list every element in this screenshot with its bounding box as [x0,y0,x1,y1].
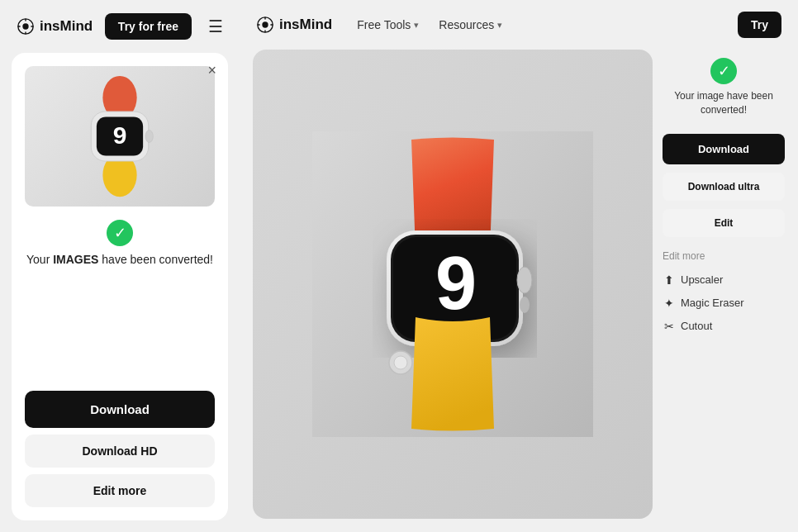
side-download-ultra-button[interactable]: Download ultra [663,173,785,201]
svg-text:9: 9 [435,242,475,325]
nav-links: Free Tools ▾ Resources ▾ [349,13,511,36]
right-main: 9 ✓ Your image have been converted! [240,50,798,532]
side-edit-button[interactable]: Edit [663,209,785,237]
brand-name-left: insMind [40,18,93,35]
success-top-right: ✓ Your image have been converted! [663,50,785,126]
try-free-button-left[interactable]: Try for free [105,13,192,40]
action-buttons: Download Download HD Edit more [25,391,215,507]
svg-text:9: 9 [113,121,127,149]
download-hd-button[interactable]: Download HD [25,435,215,468]
left-panel: insMind Try for free ☰ × 9 [0,0,240,532]
svg-point-7 [145,131,153,143]
free-tools-nav[interactable]: Free Tools ▾ [349,13,427,36]
try-free-button-right[interactable]: Try [738,12,781,38]
svg-point-15 [517,267,532,293]
right-navbar: insMind Free Tools ▾ Resources ▾ Try [240,0,798,50]
brand-name-right: insMind [279,17,332,33]
watch-image-small: 9 [66,74,173,198]
main-image-card: 9 [253,50,653,519]
resources-nav[interactable]: Resources ▾ [430,13,511,36]
success-checkmark-icon-right: ✓ [710,58,737,84]
cutout-icon: ✂ [664,320,674,333]
brand-right: insMind [256,16,332,34]
svg-point-16 [520,297,530,313]
main-watch-image: 9 [312,131,593,437]
close-button[interactable]: × [207,63,216,78]
download-button[interactable]: Download [25,391,215,428]
free-tools-chevron-icon: ▾ [414,20,419,31]
svg-point-18 [394,356,407,369]
success-checkmark-icon: ✓ [107,220,133,246]
resources-label: Resources [439,18,494,31]
edit-more-section: Edit more ⬆ Upscaler ✦ Magic Eraser ✂ Cu… [663,250,785,338]
success-message: Your IMAGES have been converted! [26,253,213,266]
main-watch-container: 9 [253,50,653,519]
upscaler-icon: ⬆ [664,273,674,287]
cutout-label: Cutout [681,320,712,332]
resources-chevron-icon: ▾ [497,20,502,31]
upscaler-tool[interactable]: ⬆ Upscaler [663,268,785,292]
brand-left: insMind [17,17,93,36]
side-download-button[interactable]: Download [663,134,785,164]
cutout-tool[interactable]: ✂ Cutout [663,315,785,338]
watch-preview: 9 [25,66,215,207]
hamburger-icon[interactable]: ☰ [208,17,223,36]
brand-icon-right [256,16,274,34]
right-side-panel: ✓ Your image have been converted! Downlo… [653,50,785,519]
success-message-right: Your image have been converted! [663,89,785,117]
right-panel: insMind Free Tools ▾ Resources ▾ Try [240,0,798,532]
svg-point-9 [262,21,268,27]
left-card: × 9 [12,53,228,520]
brand-icon-left [17,17,35,36]
svg-point-1 [22,23,28,29]
magic-eraser-icon: ✦ [664,297,674,310]
free-tools-label: Free Tools [357,18,411,31]
left-navbar: insMind Try for free ☰ [0,0,240,53]
upscaler-label: Upscaler [681,273,723,286]
edit-more-label: Edit more [663,250,785,262]
edit-more-button[interactable]: Edit more [25,474,215,507]
magic-eraser-label: Magic Eraser [681,297,744,309]
success-area: ✓ Your IMAGES have been converted! [25,220,215,266]
magic-eraser-tool[interactable]: ✦ Magic Eraser [663,292,785,315]
